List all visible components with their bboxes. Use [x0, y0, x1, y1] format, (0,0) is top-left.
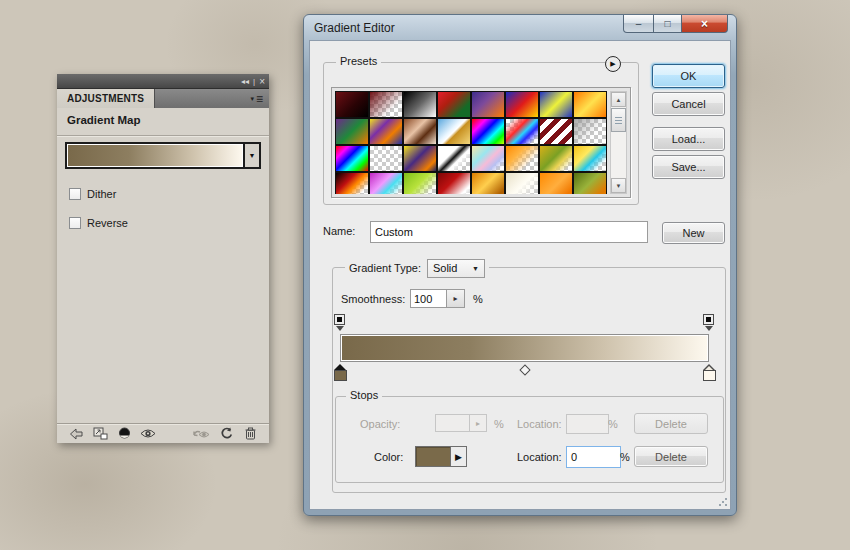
preset-swatch[interactable]	[539, 172, 573, 194]
scroll-thumb[interactable]	[611, 108, 626, 132]
color-location-label: Location:	[517, 451, 562, 463]
presets-flyout-icon[interactable]: ▶	[605, 56, 621, 72]
preset-swatch[interactable]	[403, 118, 437, 145]
preset-swatch[interactable]	[403, 91, 437, 118]
smoothness-arrow-icon[interactable]: ▸	[447, 289, 465, 308]
preset-swatch[interactable]	[573, 172, 607, 194]
preset-swatch[interactable]	[403, 172, 437, 194]
preset-swatch[interactable]	[369, 145, 403, 172]
minimize-button[interactable]: –	[623, 15, 654, 33]
preset-swatch[interactable]	[437, 145, 471, 172]
gradient-map-preview[interactable]: ▼	[65, 142, 261, 169]
collapse-to-icons-icon[interactable]: ◂◂	[241, 77, 249, 86]
previous-state-icon[interactable]	[190, 426, 214, 442]
menu-arrow-icon: ▾	[250, 95, 254, 103]
preset-swatch[interactable]	[505, 145, 539, 172]
color-location-input[interactable]: 0	[566, 446, 621, 468]
tab-adjustments[interactable]: ADJUSTMENTS	[57, 89, 155, 108]
cancel-button[interactable]: Cancel	[652, 92, 725, 116]
reverse-checkbox-row: Reverse	[69, 217, 128, 229]
preset-swatch[interactable]	[573, 145, 607, 172]
opacity-location-label: Location:	[517, 418, 562, 430]
reset-icon[interactable]	[214, 426, 238, 442]
preset-swatch[interactable]	[471, 91, 505, 118]
opacity-label: Opacity:	[360, 418, 400, 430]
preset-swatch[interactable]	[403, 145, 437, 172]
opacity-input	[435, 414, 470, 432]
preset-swatch[interactable]	[437, 118, 471, 145]
gradient-type-row: Gradient Type: Solid ▼	[345, 258, 489, 278]
midpoint-diamond[interactable]	[519, 364, 530, 375]
preset-swatch[interactable]	[471, 172, 505, 194]
smoothness-input[interactable]: 100	[410, 289, 447, 308]
dither-checkbox-row: Dither	[69, 188, 116, 200]
dialog-title: Gradient Editor	[314, 15, 395, 40]
panel-title-strip: ◂◂ | ×	[57, 74, 269, 89]
presets-scrollbar[interactable]: ▲ ▼	[610, 91, 627, 194]
window-buttons: – □ ×	[623, 15, 728, 33]
gradient-bar[interactable]	[340, 334, 709, 362]
save-button[interactable]: Save...	[652, 155, 725, 179]
preset-swatch[interactable]	[505, 91, 539, 118]
resize-grip-icon[interactable]	[718, 497, 728, 507]
menu-lines-icon: ≡	[256, 94, 263, 104]
panel-content: Gradient Map ▼ Dither Reverse	[57, 108, 269, 424]
panel-menu-icon[interactable]: ▾ ≡	[244, 89, 269, 108]
preset-swatch[interactable]	[369, 172, 403, 194]
preset-swatch[interactable]	[471, 118, 505, 145]
preset-swatch[interactable]	[505, 172, 539, 194]
preset-swatch[interactable]	[437, 172, 471, 194]
preset-swatch[interactable]	[539, 145, 573, 172]
preset-swatch[interactable]	[573, 118, 607, 145]
dialog-body: Presets ▶ ▲ ▼ OK Cancel Load... Save... …	[309, 40, 731, 510]
color-swatch-arrow-icon[interactable]: ▶	[450, 446, 467, 467]
adjustments-panel: ◂◂ | × ADJUSTMENTS ▾ ≡ Gradient Map ▼ Di…	[57, 74, 269, 443]
clip-to-layer-icon[interactable]	[112, 426, 136, 442]
color-swatch[interactable]	[415, 446, 451, 467]
dither-checkbox[interactable]	[69, 188, 81, 200]
preset-swatch[interactable]	[335, 118, 369, 145]
preset-swatch[interactable]	[505, 118, 539, 145]
preset-swatch[interactable]	[573, 91, 607, 118]
name-input[interactable]: Custom	[370, 221, 648, 243]
opacity-stop-left-pointer	[336, 326, 344, 331]
scroll-down-icon[interactable]: ▼	[611, 178, 626, 193]
visibility-eye-icon[interactable]	[136, 426, 160, 442]
preset-swatch[interactable]	[437, 91, 471, 118]
gradient-preview-dropdown-icon[interactable]: ▼	[243, 144, 259, 167]
preset-swatch[interactable]	[471, 145, 505, 172]
close-button[interactable]: ×	[681, 15, 728, 33]
preset-swatch[interactable]	[335, 172, 369, 194]
delete-trash-icon[interactable]	[238, 426, 262, 442]
new-button[interactable]: New	[662, 222, 725, 244]
preset-swatch[interactable]	[539, 118, 573, 145]
color-stop-right-body	[703, 370, 716, 381]
presets-group: Presets ▶ ▲ ▼	[323, 62, 639, 205]
reverse-checkbox[interactable]	[69, 217, 81, 229]
dither-label: Dither	[87, 188, 116, 200]
preset-swatch[interactable]	[335, 91, 369, 118]
preset-swatch[interactable]	[369, 91, 403, 118]
gradient-type-dropdown[interactable]: Solid ▼	[427, 259, 485, 278]
opacity-stop-right[interactable]	[703, 314, 714, 325]
maximize-button[interactable]: □	[654, 15, 681, 33]
ok-button[interactable]: OK	[652, 64, 725, 88]
stops-label: Stops	[346, 389, 382, 401]
load-button[interactable]: Load...	[652, 127, 725, 151]
opacity-stop-left[interactable]	[334, 314, 345, 325]
gradient-type-group: Gradient Type: Solid ▼ Smoothness: 100 ▸…	[332, 267, 726, 493]
gradient-type-label: Gradient Type:	[349, 262, 421, 274]
back-arrow-icon[interactable]	[64, 426, 88, 442]
preset-swatch[interactable]	[335, 145, 369, 172]
gradient-bar-fill	[342, 336, 707, 360]
panel-title: Gradient Map	[67, 114, 140, 126]
preset-grid	[335, 91, 607, 194]
expanded-view-icon[interactable]	[88, 426, 112, 442]
delete-color-button[interactable]: Delete	[634, 446, 708, 467]
opacity-location-unit: %	[608, 418, 618, 430]
stops-group: Stops Opacity: ▸ % Location: % Delete Co…	[335, 396, 724, 483]
panel-close-icon[interactable]: ×	[259, 76, 265, 87]
preset-swatch[interactable]	[539, 91, 573, 118]
preset-swatch[interactable]	[369, 118, 403, 145]
scroll-up-icon[interactable]: ▲	[611, 92, 626, 107]
